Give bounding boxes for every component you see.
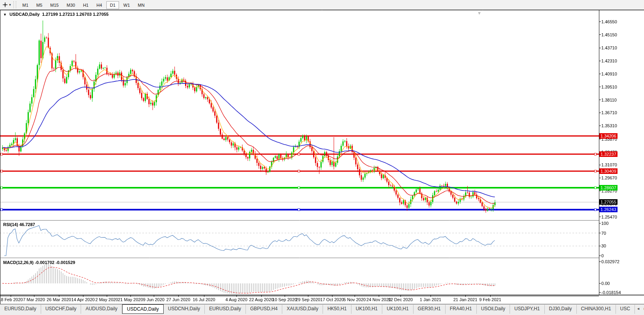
price-axis-tick: 1.39510 <box>601 85 617 89</box>
date-axis-label: 18 Feb 2020 <box>0 297 23 302</box>
date-axis-label: 17 Oct 2020 <box>320 297 344 302</box>
price-axis-tick: 1.36710 <box>601 110 617 115</box>
price-axis-tick: 1.35310 <box>601 123 617 128</box>
tab-scroll-left-icon[interactable]: ◄ <box>635 306 642 311</box>
mt4-window: ▾ M1M5M15M30H1H4D1W1MN ▼ USDCAD,Daily 1.… <box>0 0 644 315</box>
symbol-collapse-icon[interactable]: ▼ <box>3 13 7 17</box>
symbol-tabs: EURUSD,DailyUSDCHF,DailyAUDUSD,DailyUSDC… <box>0 304 635 314</box>
date-axis-label: 21 Jan 2021 <box>453 297 478 302</box>
chart-title: ▼ USDCAD,Daily 1.27199 1.27213 1.26703 1… <box>3 12 109 17</box>
timeframe-toolbar: ▾ M1M5M15M30H1H4D1W1MN <box>0 0 644 10</box>
date-axis-label: 26 Mar 2020 <box>47 297 71 302</box>
rsi-axis-tick: 0 <box>601 253 604 258</box>
macd-axis-tick: 0.032972 <box>601 259 619 264</box>
rsi-axis-tick: 30 <box>601 243 606 248</box>
date-axis-label: 29 Sep 2020 <box>296 297 320 302</box>
tab-scroll-right-icon[interactable]: ► <box>642 306 644 311</box>
tab-eurusd-daily[interactable]: EURUSD,Daily <box>0 305 41 314</box>
date-axis-label: 7 Mar 2020 <box>23 297 45 302</box>
price-axis-tick: 1.38110 <box>601 98 617 102</box>
tab-eurusd-daily[interactable]: EURUSD,Daily <box>205 305 246 314</box>
timeframe-button-m5[interactable]: M5 <box>33 1 46 9</box>
tab-usoil-daily[interactable]: USOil,Daily <box>477 305 510 314</box>
tool-dropdown-caret[interactable]: ▾ <box>9 3 11 7</box>
macd-axis-tick: 0.00 <box>601 281 610 286</box>
timeframe-buttons: M1M5M15M30H1H4D1W1MN <box>19 1 149 8</box>
tab-usdcad-daily[interactable]: USDCAD,Daily <box>122 304 164 314</box>
price-axis-tick: 1.43710 <box>601 45 617 50</box>
tab-xauusd-daily[interactable]: XAUUSD,Daily <box>282 305 323 314</box>
date-axis-label: 10 Sep 2020 <box>272 297 297 302</box>
timeframe-button-w1[interactable]: W1 <box>120 1 134 9</box>
price-axis-tick: 1.46550 <box>601 19 617 24</box>
tab-usc[interactable]: USC <box>616 305 635 314</box>
price-axis-tick: 1.29670 <box>601 175 617 180</box>
level-price-label: 1.28607 <box>599 185 618 191</box>
rsi-axis-tick: 70 <box>601 231 606 236</box>
level-price-label: 1.32237 <box>599 151 618 157</box>
timeframe-button-h4[interactable]: H4 <box>93 1 106 9</box>
timeframe-button-mn[interactable]: MN <box>134 1 148 9</box>
tab-hk50-h1[interactable]: HK50,H1 <box>323 305 351 314</box>
tab-gbpusd-h4[interactable]: GBPUSD,H4 <box>246 305 282 314</box>
rsi-indicator-label: RSI(14) 46.7287 <box>3 222 35 227</box>
date-axis-label: 24 Nov 2020 <box>366 297 391 302</box>
tab-ger30-h1[interactable]: GER30,H1 <box>414 305 446 314</box>
date-axis-label: 21 May 2020 <box>118 297 143 302</box>
chart-canvas[interactable] <box>0 0 644 315</box>
rsi-axis-tick: 100 <box>601 221 608 226</box>
current-price-label: 1.27055 <box>599 199 618 205</box>
chart-shift-marker-icon[interactable]: ▼ <box>477 11 482 15</box>
tab-fra40-h1[interactable]: FRA40,H1 <box>446 305 477 314</box>
date-axis-label: 9 Feb 2021 <box>479 297 501 302</box>
timeframe-button-d1[interactable]: D1 <box>106 1 119 9</box>
macd-axis-tick: -0.018154 <box>601 290 621 295</box>
symbol-tabbar: EURUSD,DailyUSDCHF,DailyAUDUSD,DailyUSDC… <box>0 304 644 315</box>
tab-uk100-h1[interactable]: UK100,H1 <box>351 305 382 314</box>
level-price-label: 1.30409 <box>599 168 618 174</box>
price-axis-tick: 1.40910 <box>601 72 617 76</box>
tab-china300-h1[interactable]: CHINA300,H1 <box>577 305 616 314</box>
date-axis-label: 27 Jun 2020 <box>166 297 191 302</box>
price-axis-tick: 1.45150 <box>601 32 617 37</box>
tab-usdchf-daily[interactable]: USDCHF,Daily <box>41 305 81 314</box>
tab-dj30-daily[interactable]: DJ30,Daily <box>545 305 577 314</box>
toolbar-grip <box>13 1 16 8</box>
price-axis-tick: 1.42310 <box>601 58 617 63</box>
date-axis-label: 14 Apr 2020 <box>71 297 94 302</box>
date-axis-label: 2 May 2020 <box>95 297 118 302</box>
macd-indicator-label: MACD(12,26,9) -0.001702 -0.001529 <box>3 260 75 265</box>
timeframe-button-m15[interactable]: M15 <box>47 1 62 9</box>
chart-symbol-label: USDCAD,Daily <box>9 12 40 17</box>
date-axis-label: 1 Jan 2021 <box>420 297 441 302</box>
tab-audusd-daily[interactable]: AUDUSD,Daily <box>81 305 122 314</box>
crosshair-tool-icon[interactable] <box>2 1 9 8</box>
tab-scroll-arrows: ◄ ► <box>635 304 644 313</box>
date-axis-label: 22 Aug 2020 <box>249 297 274 302</box>
chart-quote-line: 1.27199 1.27213 1.26703 1.27055 <box>42 12 109 17</box>
level-price-label: 1.26243 <box>599 207 618 212</box>
date-axis-label: 16 Jul 2020 <box>193 297 215 302</box>
tab-uk100-h1[interactable]: UK100,H1 <box>382 305 413 314</box>
level-price-label: 1.34206 <box>599 133 618 139</box>
date-axis-label: 5 Nov 2020 <box>344 297 366 302</box>
date-axis-label: 12 Dec 2020 <box>388 297 413 302</box>
date-axis-label: 9 Jun 2020 <box>143 297 164 302</box>
date-axis-label: 4 Aug 2020 <box>225 297 247 302</box>
tab-usdcnh-daily[interactable]: USDCNH,Daily <box>164 305 205 314</box>
tab-usdjpy-h1[interactable]: USDJPY,H1 <box>510 305 544 314</box>
timeframe-button-h1[interactable]: H1 <box>79 1 92 9</box>
timeframe-button-m30[interactable]: M30 <box>63 1 79 9</box>
price-axis-tick: 1.25470 <box>601 215 617 219</box>
timeframe-button-m1[interactable]: M1 <box>19 1 32 9</box>
price-axis-tick: 1.31070 <box>601 162 617 167</box>
